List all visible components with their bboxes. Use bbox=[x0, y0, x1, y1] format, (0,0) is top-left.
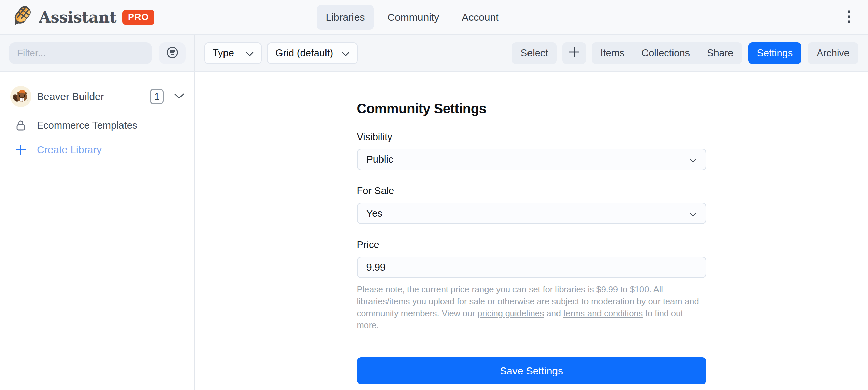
beaver-avatar bbox=[10, 86, 31, 107]
nav-tab-libraries[interactable]: Libraries bbox=[317, 5, 374, 30]
price-note: Please note, the current price range you… bbox=[357, 284, 704, 331]
nav-tab-account[interactable]: Account bbox=[453, 5, 507, 30]
for-sale-select-value: Yes bbox=[366, 208, 382, 219]
library-toolbar: Type Grid (default) Select Items Collect bbox=[195, 35, 868, 71]
library-name: Beaver Builder bbox=[37, 91, 145, 102]
save-settings-button[interactable]: Save Settings bbox=[357, 357, 706, 384]
type-dropdown-value: Type bbox=[213, 47, 234, 59]
price-input[interactable] bbox=[357, 257, 706, 278]
plus-icon bbox=[568, 46, 580, 60]
filter-button[interactable] bbox=[159, 42, 186, 64]
tab-archive[interactable]: Archive bbox=[808, 42, 858, 64]
for-sale-select[interactable]: Yes bbox=[357, 203, 706, 224]
library-count-badge: 1 bbox=[150, 89, 164, 104]
create-library-button[interactable]: Create Library bbox=[0, 139, 194, 160]
filter-input[interactable] bbox=[9, 42, 152, 64]
library-section-tabs: Items Collections Share bbox=[592, 42, 742, 64]
sidebar-item-label: Ecommerce Templates bbox=[37, 120, 184, 131]
chevron-down-icon bbox=[689, 208, 697, 219]
create-library-label: Create Library bbox=[37, 144, 184, 156]
chevron-down-icon[interactable] bbox=[174, 93, 184, 100]
libraries-sidebar: Beaver Builder 1 Ecommerce Templates bbox=[0, 72, 195, 390]
kebab-menu-icon bbox=[847, 9, 851, 26]
visibility-select[interactable]: Public bbox=[357, 149, 706, 170]
tab-collections[interactable]: Collections bbox=[633, 42, 698, 64]
tab-items[interactable]: Items bbox=[592, 42, 633, 64]
pro-badge: PRO bbox=[122, 10, 155, 25]
sidebar-divider bbox=[8, 171, 186, 171]
visibility-select-value: Public bbox=[366, 154, 393, 165]
chevron-down-icon bbox=[246, 47, 254, 59]
for-sale-label: For Sale bbox=[357, 185, 706, 197]
lock-icon bbox=[10, 120, 31, 131]
filter-lines-circle-icon bbox=[164, 45, 180, 62]
overflow-menu-button[interactable] bbox=[839, 6, 858, 28]
toolbar: Type Grid (default) Select Items Collect bbox=[0, 35, 868, 72]
app-header: Assistant PRO Libraries Community Accoun… bbox=[0, 0, 868, 35]
add-button[interactable] bbox=[562, 42, 586, 64]
view-dropdown[interactable]: Grid (default) bbox=[267, 42, 358, 64]
pricing-guidelines-link[interactable]: pricing guidelines bbox=[477, 308, 544, 318]
main-content: Community Settings Visibility Public For… bbox=[195, 72, 868, 390]
brand-home[interactable]: Assistant PRO bbox=[10, 5, 154, 30]
primary-nav: Libraries Community Account bbox=[317, 5, 507, 30]
page-title: Community Settings bbox=[357, 101, 706, 116]
sidebar-library-row[interactable]: Beaver Builder 1 bbox=[0, 81, 194, 112]
price-note-text: and bbox=[544, 308, 563, 318]
terms-and-conditions-link[interactable]: terms and conditions bbox=[563, 308, 643, 318]
chevron-down-icon bbox=[689, 154, 697, 165]
sidebar-toolbar bbox=[0, 35, 195, 71]
plus-icon bbox=[10, 144, 31, 156]
nav-tab-community[interactable]: Community bbox=[378, 5, 448, 30]
tab-share[interactable]: Share bbox=[698, 42, 742, 64]
price-label: Price bbox=[357, 239, 706, 250]
chevron-down-icon bbox=[342, 47, 349, 59]
assistant-logo-icon bbox=[10, 5, 33, 30]
visibility-label: Visibility bbox=[357, 131, 706, 143]
type-dropdown[interactable]: Type bbox=[204, 42, 262, 64]
tab-settings[interactable]: Settings bbox=[748, 42, 802, 64]
sidebar-item-ecommerce-templates[interactable]: Ecommerce Templates bbox=[0, 115, 194, 136]
brand-name: Assistant bbox=[39, 8, 116, 26]
select-button[interactable]: Select bbox=[512, 42, 557, 64]
view-dropdown-value: Grid (default) bbox=[275, 47, 333, 59]
